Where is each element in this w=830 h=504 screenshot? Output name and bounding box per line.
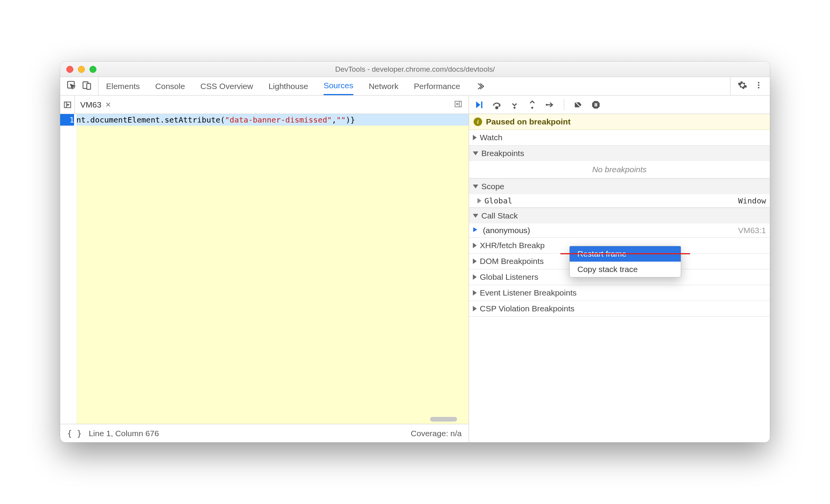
pause-exceptions-icon[interactable] — [590, 99, 601, 110]
tab-network[interactable]: Network — [369, 77, 398, 95]
debugger-panel: i Paused on breakpoint Watch Breakpoints… — [469, 96, 770, 442]
tab-console[interactable]: Console — [155, 77, 185, 95]
dom-label: DOM Breakpoints — [480, 257, 544, 266]
scope-label: Scope — [481, 182, 504, 191]
file-tab-vm63[interactable]: VM63 ✕ — [75, 96, 116, 114]
chevron-right-icon — [473, 259, 477, 264]
editor-statusbar: { } Line 1, Column 676 Coverage: n/a — [60, 424, 469, 442]
section-breakpoints: Breakpoints No breakpoints — [469, 146, 770, 179]
pretty-print-icon[interactable]: { } — [67, 429, 82, 438]
strikethrough-annotation — [560, 253, 690, 254]
callstack-item-location: VM63:1 — [738, 226, 766, 235]
section-scope: Scope Global Window — [469, 179, 770, 208]
tabs-overflow-icon[interactable] — [476, 77, 484, 95]
section-header-watch[interactable]: Watch — [469, 130, 770, 145]
callstack-item[interactable]: (anonymous) VM63:1 — [469, 223, 770, 237]
section-callstack: Call Stack (anonymous) VM63:1 — [469, 208, 770, 238]
devtools-window: DevTools - developer.chrome.com/docs/dev… — [60, 62, 770, 442]
tab-performance[interactable]: Performance — [414, 77, 460, 95]
scope-global-row[interactable]: Global Window — [469, 194, 770, 208]
section-csp: CSP Violation Breakpoints — [469, 301, 770, 317]
more-icon[interactable] — [754, 81, 763, 91]
section-watch: Watch — [469, 130, 770, 146]
section-header-event-listener[interactable]: Event Listener Breakpoints — [469, 285, 770, 301]
svg-point-10 — [513, 106, 515, 108]
section-event-listener: Event Listener Breakpoints — [469, 285, 770, 301]
context-menu: Restart frame Copy stack trace — [569, 246, 681, 277]
scope-global-label: Global — [484, 196, 512, 205]
step-into-icon[interactable] — [509, 99, 520, 110]
line-number: 1 — [60, 114, 74, 126]
paused-banner: i Paused on breakpoint — [469, 114, 770, 130]
chevron-right-icon — [473, 135, 477, 140]
current-frame-icon — [472, 226, 479, 235]
coverage-label: Coverage: n/a — [411, 429, 462, 438]
watch-label: Watch — [480, 133, 503, 142]
toolbar-left-icons — [60, 77, 98, 95]
menu-item-restart-frame[interactable]: Restart frame — [570, 246, 681, 262]
chevron-right-icon — [477, 198, 481, 203]
svg-rect-8 — [481, 101, 482, 108]
step-icon[interactable] — [545, 99, 555, 110]
paused-label: Paused on breakpoint — [486, 117, 570, 126]
chevron-right-icon — [473, 243, 477, 248]
section-header-breakpoints[interactable]: Breakpoints — [469, 146, 770, 161]
inspect-icon[interactable] — [66, 80, 76, 92]
tab-lighthouse[interactable]: Lighthouse — [268, 77, 308, 95]
resume-icon[interactable] — [474, 99, 484, 110]
no-breakpoints-label: No breakpoints — [469, 161, 770, 178]
toolbar-right-icons — [730, 77, 770, 95]
xhr-label: XHR/fetch Breakp — [480, 241, 545, 250]
step-over-icon[interactable] — [491, 99, 502, 110]
code-body: nt.documentElement.setAttribute("data-ba… — [76, 114, 469, 424]
separator — [564, 99, 564, 110]
svg-rect-2 — [87, 84, 91, 89]
svg-rect-14 — [596, 103, 597, 106]
code-editor[interactable]: 1 nt.documentElement.setAttribute("data-… — [60, 114, 469, 424]
settings-icon[interactable] — [737, 80, 747, 92]
menu-item-copy-stack-trace[interactable]: Copy stack trace — [570, 262, 681, 277]
code-empty-area — [76, 126, 469, 424]
line-gutter: 1 — [60, 114, 76, 424]
window-title: DevTools - developer.chrome.com/docs/dev… — [60, 65, 770, 74]
callstack-label: Call Stack — [481, 211, 518, 220]
device-toggle-icon[interactable] — [82, 80, 92, 92]
tab-sources[interactable]: Sources — [324, 77, 353, 95]
file-tab-bar: VM63 ✕ — [60, 96, 469, 114]
step-out-icon[interactable] — [527, 99, 538, 110]
chevron-down-icon — [473, 214, 478, 218]
event-listener-label: Event Listener Breakpoints — [480, 288, 577, 297]
top-toolbar: Elements Console CSS Overview Lighthouse… — [60, 77, 770, 96]
close-icon[interactable]: ✕ — [105, 101, 111, 109]
global-listeners-label: Global Listeners — [480, 272, 538, 282]
sources-left-pane: VM63 ✕ 1 nt.documentElement.setAttribute… — [60, 96, 469, 442]
navigator-toggle-icon[interactable] — [60, 96, 75, 114]
chevron-down-icon — [473, 151, 478, 155]
titlebar: DevTools - developer.chrome.com/docs/dev… — [60, 62, 770, 77]
section-header-callstack[interactable]: Call Stack — [469, 208, 770, 223]
chevron-right-icon — [473, 306, 477, 311]
debugger-pane-toggle-icon[interactable] — [448, 100, 469, 110]
chevron-right-icon — [473, 290, 477, 296]
breakpoints-label: Breakpoints — [481, 149, 524, 158]
svg-rect-13 — [595, 103, 596, 106]
scope-global-value: Window — [738, 196, 766, 205]
section-header-csp[interactable]: CSP Violation Breakpoints — [469, 301, 770, 316]
tab-elements[interactable]: Elements — [106, 77, 140, 95]
menu-item-label: Copy stack trace — [577, 265, 638, 274]
panel-tabs: Elements Console CSS Overview Lighthouse… — [98, 77, 730, 95]
chevron-down-icon — [473, 185, 478, 188]
svg-point-9 — [496, 106, 498, 108]
code-line-1: nt.documentElement.setAttribute("data-ba… — [76, 114, 469, 126]
svg-point-5 — [758, 87, 759, 88]
csp-label: CSP Violation Breakpoints — [480, 304, 575, 313]
callstack-item-label: (anonymous) — [483, 226, 530, 235]
tab-css-overview[interactable]: CSS Overview — [201, 77, 253, 95]
svg-point-4 — [758, 84, 759, 86]
deactivate-breakpoints-icon[interactable] — [573, 99, 584, 110]
debug-controls — [469, 96, 770, 114]
svg-point-11 — [531, 106, 533, 108]
section-header-scope[interactable]: Scope — [469, 179, 770, 194]
cursor-position: Line 1, Column 676 — [89, 429, 159, 438]
horizontal-scrollbar[interactable] — [430, 417, 457, 422]
